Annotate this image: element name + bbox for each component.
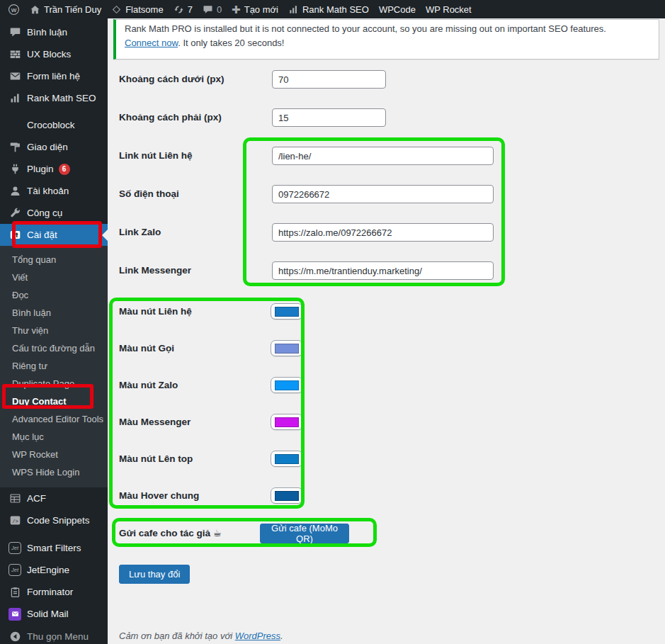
svg-text:/>: /> [12,519,18,524]
new-content-menu[interactable]: ✚ Tạo mới [227,0,283,18]
color-swatch [275,417,299,427]
appearance-icon [8,141,21,154]
field-label: Màu nút Zalo [119,377,178,393]
link-messenger-input[interactable] [272,261,494,280]
sidebar-item-label: Cài đặt [27,230,57,240]
rank-math-menu[interactable]: Rank Math SEO [283,0,374,18]
submenu-item-duplicate-page[interactable]: Duplicate Page [0,375,108,392]
submenu-item-doc[interactable]: Đọc [0,286,108,304]
sidebar-item-ux-blocks[interactable]: UX Blocks [0,43,108,65]
clipboard-icon [8,586,21,599]
sidebar-item-plugins[interactable]: Plugin 6 [0,158,108,180]
sidebar-item-users[interactable]: Tài khoản [0,180,108,202]
sidebar-item-rank-math[interactable]: Rank Math SEO [0,87,108,109]
khoang-cach-phai-input[interactable] [272,108,386,127]
link-zalo-input[interactable] [272,223,494,242]
mau-len-top-color-picker[interactable] [271,451,303,467]
color-swatch [275,307,299,317]
field-label: Link Zalo [119,223,161,242]
color-swatch [275,344,299,354]
chart-icon [8,92,21,105]
submenu-item-tong-quan[interactable]: Tổng quan [0,251,108,269]
mau-zalo-color-picker[interactable] [271,377,303,393]
field-label: Link Messenger [119,261,191,280]
sidebar-item-solid-mail[interactable]: Solid Mail [0,603,108,625]
mau-lien-he-color-picker[interactable] [271,303,303,320]
wp-rocket-menu[interactable]: WP Rocket [421,0,477,18]
site-name-menu[interactable]: Trần Tiến Duy [25,0,106,18]
settings-page-content: Rank Math PRO is installed but it is not… [108,18,665,644]
home-icon [30,4,40,15]
sidebar-item-label: UX Blocks [27,49,71,60]
wordpress-link[interactable]: WordPress [235,631,280,641]
sidebar-item-tools[interactable]: Công cụ [0,202,108,224]
sidebar-item-comments[interactable]: Bình luận [0,21,108,43]
sidebar-item-code-snippets[interactable]: /> Code Snippets [0,509,108,531]
submenu-item-duy-contact[interactable]: Duy Contact [0,392,108,410]
sidebar-item-appearance[interactable]: Giao diện [0,136,108,158]
submenu-item-muc-luc[interactable]: Mục lục [0,428,108,446]
field-label: Số điện thoại [119,185,179,203]
blocks-icon [8,48,21,61]
mau-hover-color-picker[interactable] [271,487,303,504]
wpcode-menu[interactable]: WPCode [374,0,421,18]
plugin-icon [8,163,21,176]
submenu-item-thu-vien[interactable]: Thư viện [0,322,108,339]
solid-mail-icon [8,608,21,621]
field-label: Link nút Liên hệ [119,147,193,165]
submenu-item-binh-luan[interactable]: Bình luận [0,304,108,322]
acf-table-icon [8,492,21,505]
sidebar-item-jetengine[interactable]: Jet JetEngine [0,559,108,581]
color-swatch [275,454,299,464]
site-name-label: Trần Tiến Duy [44,4,101,15]
admin-sidebar: Bình luận UX Blocks Form liên hệ Rank Ma… [0,18,108,644]
sidebar-item-contact-form[interactable]: Form liên hệ [0,65,108,87]
field-label: Màu nút Liên hệ [119,303,192,320]
comments-icon [8,26,21,39]
sidebar-item-label: Tài khoản [27,186,69,196]
users-icon [8,185,21,198]
sidebar-item-label: Smart Filters [27,543,81,553]
sidebar-item-crocoblock[interactable]: Crocoblock [0,114,108,136]
so-dien-thoai-input[interactable] [272,185,494,203]
jet-icon: Jet [8,542,21,555]
sidebar-item-label: Rank Math SEO [27,93,96,103]
submenu-item-wps-hide-login[interactable]: WPS Hide Login [0,463,108,481]
comments-menu[interactable]: 0 [198,0,227,18]
cafe-label: Gửi cafe cho tác giả ☕ [119,524,222,543]
rank-math-notice: Rank Math PRO is installed but it is not… [113,19,659,60]
sidebar-item-forminator[interactable]: Forminator [0,581,108,603]
wpcode-label: WPCode [379,4,416,15]
submenu-item-wp-rocket[interactable]: WP Rocket [0,446,108,463]
sidebar-item-smart-filters[interactable]: Jet Smart Filters [0,537,108,559]
link-lien-he-input[interactable] [272,147,494,165]
mau-goi-color-picker[interactable] [271,340,303,356]
footer-credit: Cảm ơn bạn đã khởi tạo với WordPress. [119,631,283,641]
save-changes-button[interactable]: Lưu thay đổi [119,565,190,584]
svg-text:W: W [11,6,17,13]
jet-icon: Jet [8,564,21,577]
sidebar-item-label: Công cụ [27,208,62,218]
sidebar-item-acf[interactable]: ACF [0,487,108,509]
connect-now-link[interactable]: Connect now [125,38,178,48]
khoang-cach-duoi-input[interactable] [272,70,386,89]
rank-math-chart-icon [288,4,299,15]
submenu-item-viet[interactable]: Viết [0,269,108,286]
sidebar-collapse-menu[interactable]: Thu gọn Menu [0,626,108,644]
sidebar-item-settings[interactable]: Cài đặt [0,224,108,246]
sidebar-item-label: JetEngine [27,565,69,575]
submenu-item-rieng-tu[interactable]: Riêng tư [0,357,108,375]
sidebar-item-label: ACF [27,493,46,504]
updates-menu[interactable]: 7 [169,0,198,18]
wp-logo-menu[interactable]: W [3,0,25,18]
submenu-item-cau-truc-duong-dan[interactable]: Cấu trúc đường dẫn [0,339,108,357]
mau-messenger-color-picker[interactable] [271,414,303,430]
theme-menu[interactable]: Flatsome [106,0,168,18]
field-label: Màu Hover chung [119,487,199,504]
submenu-item-advanced-editor-tools[interactable]: Advanced Editor Tools [0,410,108,428]
sidebar-item-label: Bình luận [27,27,67,38]
wordpress-logo-icon: W [8,4,20,16]
notice-line1: Rank Math PRO is installed but it is not… [125,22,650,36]
cafe-momo-button[interactable]: Gửi cafe (MoMo QR) [260,524,349,543]
comment-count: 0 [217,4,222,15]
